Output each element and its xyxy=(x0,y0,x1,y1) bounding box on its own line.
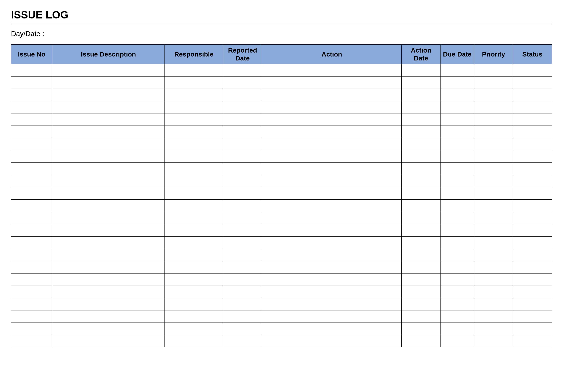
table-cell xyxy=(11,212,52,224)
table-row xyxy=(11,212,552,224)
table-cell xyxy=(474,249,513,261)
table-cell xyxy=(52,126,165,138)
table-cell xyxy=(11,76,52,89)
table-cell xyxy=(474,126,513,138)
table-cell xyxy=(262,187,401,200)
table-cell xyxy=(11,237,52,249)
table-cell xyxy=(262,261,401,274)
table-cell xyxy=(440,89,474,101)
table-row xyxy=(11,138,552,150)
table-row xyxy=(11,64,552,76)
table-cell xyxy=(402,323,440,335)
table-cell xyxy=(11,310,52,323)
table-cell xyxy=(165,212,223,224)
table-cell xyxy=(165,224,223,237)
table-row xyxy=(11,114,552,126)
table-cell xyxy=(402,138,440,150)
col-header-action: Action xyxy=(262,45,401,64)
table-cell xyxy=(223,126,262,138)
table-row xyxy=(11,298,552,310)
table-cell xyxy=(262,335,401,347)
table-cell xyxy=(513,323,552,335)
table-cell xyxy=(474,298,513,310)
table-cell xyxy=(440,101,474,114)
table-cell xyxy=(165,286,223,298)
table-cell xyxy=(223,76,262,89)
table-cell xyxy=(513,298,552,310)
table-cell xyxy=(402,200,440,212)
table-row xyxy=(11,101,552,114)
table-cell xyxy=(262,274,401,286)
daydate-label: Day/Date : xyxy=(11,30,552,38)
table-cell xyxy=(402,76,440,89)
table-cell xyxy=(11,261,52,274)
table-cell xyxy=(440,200,474,212)
table-cell xyxy=(262,286,401,298)
table-cell xyxy=(440,150,474,163)
table-cell xyxy=(262,200,401,212)
table-cell xyxy=(11,187,52,200)
table-cell xyxy=(165,163,223,175)
table-cell xyxy=(440,286,474,298)
table-cell xyxy=(402,224,440,237)
table-cell xyxy=(262,224,401,237)
table-cell xyxy=(513,114,552,126)
table-cell xyxy=(52,323,165,335)
table-cell xyxy=(52,237,165,249)
table-cell xyxy=(52,89,165,101)
table-cell xyxy=(262,126,401,138)
table-cell xyxy=(474,64,513,76)
table-cell xyxy=(402,335,440,347)
table-cell xyxy=(262,310,401,323)
table-cell xyxy=(440,249,474,261)
table-cell xyxy=(165,64,223,76)
table-cell xyxy=(513,335,552,347)
table-cell xyxy=(52,187,165,200)
table-cell xyxy=(402,274,440,286)
table-cell xyxy=(513,274,552,286)
table-cell xyxy=(513,126,552,138)
table-cell xyxy=(440,175,474,187)
table-cell xyxy=(440,274,474,286)
table-cell xyxy=(52,335,165,347)
table-cell xyxy=(223,200,262,212)
table-cell xyxy=(440,298,474,310)
table-cell xyxy=(262,150,401,163)
table-cell xyxy=(223,286,262,298)
table-cell xyxy=(402,249,440,261)
table-cell xyxy=(402,310,440,323)
table-cell xyxy=(262,64,401,76)
table-cell xyxy=(474,323,513,335)
table-cell xyxy=(513,249,552,261)
table-row xyxy=(11,237,552,249)
col-header-responsible: Responsible xyxy=(165,45,223,64)
table-cell xyxy=(223,249,262,261)
table-cell xyxy=(402,150,440,163)
table-cell xyxy=(440,64,474,76)
table-row xyxy=(11,200,552,212)
table-row xyxy=(11,163,552,175)
table-cell xyxy=(52,249,165,261)
col-header-action-date: Action Date xyxy=(402,45,440,64)
table-row xyxy=(11,175,552,187)
table-row xyxy=(11,274,552,286)
table-cell xyxy=(513,101,552,114)
table-cell xyxy=(11,163,52,175)
table-row xyxy=(11,261,552,274)
table-cell xyxy=(513,150,552,163)
table-cell xyxy=(474,286,513,298)
table-cell xyxy=(165,114,223,126)
table-cell xyxy=(165,237,223,249)
table-row xyxy=(11,89,552,101)
table-cell xyxy=(513,187,552,200)
table-row xyxy=(11,150,552,163)
table-cell xyxy=(52,310,165,323)
table-cell xyxy=(11,64,52,76)
table-cell xyxy=(402,101,440,114)
table-cell xyxy=(165,76,223,89)
table-cell xyxy=(223,212,262,224)
table-cell xyxy=(223,224,262,237)
table-cell xyxy=(165,335,223,347)
table-cell xyxy=(52,212,165,224)
table-cell xyxy=(52,200,165,212)
